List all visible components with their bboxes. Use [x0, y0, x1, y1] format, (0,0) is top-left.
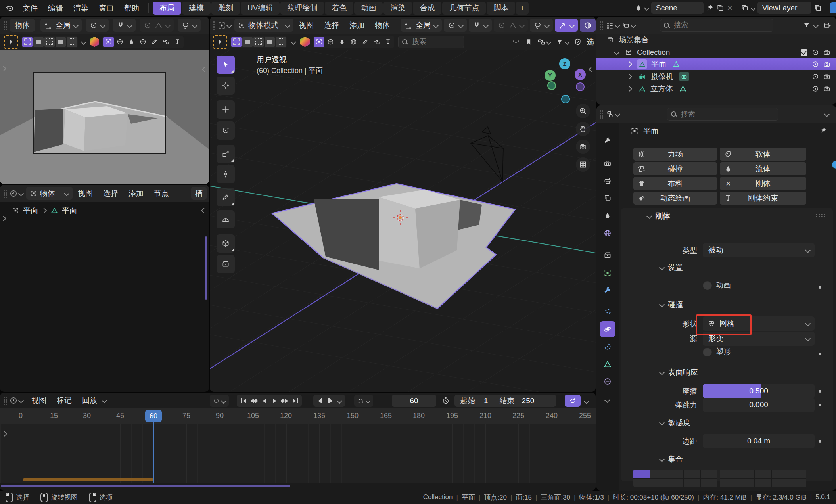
select-mode-buttons[interactable] [230, 36, 287, 48]
timeline-ruler[interactable]: 0 15 30 45 60 75 90 105 120 135 150 165 … [0, 408, 596, 424]
camera-view-canvas[interactable] [0, 50, 209, 184]
next-keyframe-button[interactable] [280, 395, 290, 406]
friction-slider[interactable]: 0.500 [703, 384, 815, 398]
select-mode-extend[interactable] [242, 37, 253, 47]
filter-brush-icon[interactable] [149, 37, 160, 47]
outliner-row-cube[interactable]: 立方体 [596, 83, 836, 95]
unlink-scene-icon[interactable]: ✕ [727, 3, 733, 13]
zoom-button[interactable] [576, 104, 590, 118]
breadcrumb-object[interactable]: 平面 [23, 205, 38, 216]
viewlayer-name-field[interactable]: ViewLayer [757, 2, 811, 14]
select-mode-new[interactable] [22, 37, 33, 47]
select-tool-dropdown[interactable] [178, 19, 201, 32]
slot-dropdown[interactable]: 槽 [191, 187, 207, 200]
pan-hand-button[interactable] [576, 122, 590, 136]
filter-scene-icon[interactable] [126, 37, 137, 47]
active-tool-select-box[interactable] [4, 35, 18, 49]
mesh-filter-hexagon-icon[interactable] [90, 37, 99, 47]
select-mode-invert[interactable] [265, 37, 275, 47]
tab-modifiers[interactable] [600, 282, 615, 298]
viewport-menu-select[interactable]: 选择 [319, 17, 344, 34]
snap-dropdown[interactable] [469, 19, 492, 32]
panel-drag-grip[interactable] [815, 213, 826, 217]
bookmark-icon[interactable] [525, 38, 533, 46]
pin-icon[interactable] [706, 4, 714, 12]
scene-name-field[interactable]: Scene [651, 2, 704, 14]
funnel-filter-icon[interactable] [556, 38, 564, 46]
jump-to-end-button[interactable] [290, 395, 300, 406]
tab-animation[interactable]: 动画 [354, 2, 383, 15]
active-tool-select-box[interactable] [213, 35, 227, 49]
friction-decorator[interactable] [819, 390, 821, 393]
tab-object[interactable] [600, 265, 615, 281]
viewlayer-browse-chevron[interactable] [750, 5, 756, 11]
menu-render[interactable]: 渲染 [68, 0, 94, 17]
shader-menu-node[interactable]: 节点 [149, 185, 174, 202]
keying-chevron[interactable] [365, 398, 371, 403]
editor-type-chevron[interactable] [615, 22, 620, 28]
rigid-body-panel-header[interactable]: 刚体 [647, 211, 670, 221]
overlays-toggle[interactable] [580, 19, 596, 32]
auto-keying-toggle[interactable] [210, 395, 229, 407]
outliner-row-collection[interactable]: Collection [596, 46, 836, 58]
select-mode-new[interactable] [231, 37, 242, 47]
menu-window[interactable]: 窗口 [94, 0, 119, 17]
play-reverse-button[interactable] [259, 395, 269, 406]
margin-field[interactable]: 0.04 m [703, 434, 815, 448]
shader-menu-view[interactable]: 视图 [73, 185, 98, 202]
tab-layout[interactable]: 布局 [153, 2, 181, 15]
jump-to-start-button[interactable] [238, 395, 249, 406]
viewport-menu-add[interactable]: 添加 [344, 17, 370, 34]
gizmo-x-neg[interactable] [576, 82, 585, 91]
left-viewport-object-menu[interactable]: 物体 [10, 19, 35, 32]
tab-physics[interactable] [600, 321, 615, 337]
start-frame-value[interactable]: 1 [484, 397, 488, 405]
expand-chevron[interactable] [614, 50, 619, 55]
outliner-search[interactable] [660, 19, 773, 32]
breadcrumb-object-name[interactable]: 平面 [643, 126, 658, 136]
timeline-menu-playback[interactable]: 回放 [77, 393, 102, 408]
deforming-toggle[interactable] [703, 347, 712, 356]
select-mode-intersect[interactable] [276, 37, 286, 47]
shader-type-dropdown[interactable]: 物体 [26, 187, 73, 200]
tab-view-layer[interactable] [600, 190, 615, 206]
breadcrumb-data[interactable]: 平面 [62, 205, 77, 216]
select-mode-extend[interactable] [33, 37, 44, 47]
gizmo-z-neg[interactable] [561, 95, 570, 103]
display-mode-chevron[interactable] [631, 22, 636, 28]
collection-slot-active[interactable] [633, 470, 650, 478]
surface-response-subpanel-header[interactable]: 表面响应 [660, 367, 698, 378]
viewport-menu-object[interactable]: 物体 [370, 17, 395, 34]
collisions-subpanel-header[interactable]: 碰撞 [660, 299, 683, 310]
tab-uv-editing[interactable]: UV编辑 [241, 2, 280, 15]
outliner-row-plane[interactable]: 平面 [596, 58, 836, 70]
rigid-body-constraint-button[interactable]: 刚体约束 [720, 192, 806, 205]
tool-settings-chevron[interactable] [81, 39, 86, 44]
tab-constraints[interactable] [600, 339, 615, 355]
viewport-menu-view[interactable]: 视图 [293, 17, 319, 34]
disable-viewport-icon[interactable] [812, 49, 819, 56]
tab-compositing[interactable]: 合成 [413, 2, 441, 15]
select-mode-invert[interactable] [56, 37, 66, 47]
prev-keyframe-button[interactable] [249, 395, 259, 406]
collections-filter-icon[interactable] [537, 38, 545, 46]
filter-hook-icon[interactable] [383, 37, 393, 47]
collection-checkbox[interactable] [801, 49, 807, 56]
expand-chevron[interactable] [627, 61, 632, 67]
select-mode-subtract[interactable] [44, 37, 55, 47]
pivot-dropdown[interactable] [86, 19, 109, 32]
shader-scrollbar[interactable] [205, 236, 207, 300]
tab-object-data[interactable] [600, 356, 615, 372]
mode-dropdown[interactable]: 物体模式 [234, 19, 293, 32]
header-grip[interactable] [3, 21, 7, 30]
select-mode-subtract[interactable] [253, 37, 264, 47]
keying-set-popover[interactable] [354, 395, 373, 407]
pivot-dropdown[interactable] [444, 19, 467, 32]
gizmo-z-axis[interactable]: Z [559, 58, 570, 69]
toolbar-scale[interactable] [217, 145, 235, 163]
force-field-button[interactable]: 力场 [633, 148, 717, 161]
autokey-chevron[interactable] [221, 398, 226, 403]
stopwatch-icon[interactable] [442, 397, 450, 404]
settings-subpanel-header[interactable]: 设置 [660, 263, 683, 273]
outliner-filter-icon[interactable] [803, 21, 811, 29]
